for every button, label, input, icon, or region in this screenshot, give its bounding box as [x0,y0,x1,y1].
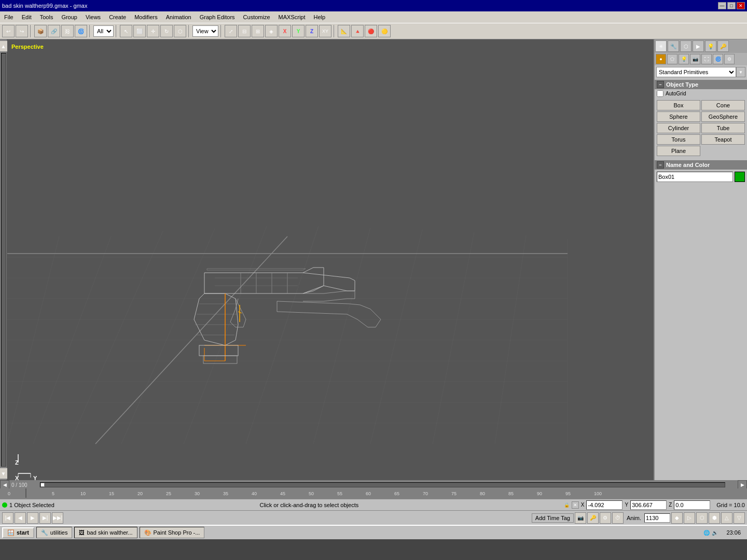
plane-button[interactable]: Plane [657,146,700,156]
taskbar-item-paintshop[interactable]: 🎨 Paint Shop Pro -... [140,527,205,538]
select-object-button[interactable]: 📦 [34,25,47,37]
move-button[interactable]: ✛ [147,25,159,37]
mirror-button[interactable]: ⤢ [225,25,237,37]
autogrid-checkbox[interactable] [657,90,663,97]
anim-extra-2[interactable]: ⬢ [709,512,720,524]
spacewarps-icon[interactable]: 🌀 [713,54,723,64]
record-button[interactable]: 📷 [575,512,586,524]
menu-help[interactable]: Help [312,13,328,21]
helpers-icon[interactable]: ⛶ [701,54,712,64]
panel-tab-display[interactable]: 💡 [705,40,716,52]
torus-button[interactable]: Torus [657,134,700,145]
snap-button[interactable]: 🔺 [351,25,364,37]
add-time-tag-button[interactable]: Add Time Tag [532,513,574,523]
collapse-name-color[interactable]: − [657,161,664,169]
window-title: bad skin waltherp99.gmax - gmax [2,3,87,9]
systems-icon[interactable]: ⚙ [724,54,735,64]
menu-views[interactable]: Views [84,13,103,21]
ref-coord-button[interactable]: 📐 [338,25,350,37]
z-axis[interactable]: Z [306,25,318,37]
link-button[interactable]: 🔗 [48,25,60,37]
menu-maxscript[interactable]: MAXScript [276,13,308,21]
undo-button[interactable]: ↩ [2,25,15,37]
select-region-button[interactable]: ⬜ [133,25,146,37]
select-button[interactable]: ↖ [120,25,132,37]
material-editor-button[interactable]: 🟡 [378,25,391,37]
key-mode-toggle[interactable]: ◆ [671,512,683,524]
render-button[interactable]: 🔴 [365,25,377,37]
rotate-button[interactable]: ↻ [160,25,173,37]
object-name-input[interactable] [657,172,733,182]
taskbar-item-utilities[interactable]: 🔧 utilities [36,527,73,538]
color-swatch[interactable] [735,172,745,182]
cone-button[interactable]: Cone [701,100,745,110]
shapes-icon[interactable]: ⬠ [667,54,677,64]
play-button[interactable]: ▶ [27,512,38,524]
geosphere-button[interactable]: GeoSphere [701,111,745,122]
tube-button[interactable]: Tube [701,123,745,133]
panel-tab-utilities[interactable]: 🔑 [717,40,729,52]
x-coord-input[interactable] [586,500,622,510]
keyframe-button[interactable]: 🔑 [587,512,599,524]
frame-bar[interactable] [40,482,725,487]
lights-icon[interactable]: 💡 [679,54,689,64]
anim-play-all[interactable]: ▷ [684,512,695,524]
menu-file[interactable]: File [2,13,16,21]
name-color-header[interactable]: − Name and Color [655,160,747,170]
unlink-button[interactable]: ⛓ [61,25,74,37]
menu-tools[interactable]: Tools [38,13,56,21]
panel-tab-create[interactable]: ✳ [655,40,667,52]
anim-extra-3[interactable]: △ [721,512,732,524]
viewport[interactable]: Perspective Z X Y [7,39,654,480]
select-type-dropdown[interactable]: All [93,25,114,37]
left-scrollbar[interactable]: ▲ ▼ [0,39,7,480]
y-axis[interactable]: Y [292,25,305,37]
anim-extra-4[interactable]: ▽ [734,512,745,524]
panel-tab-modify[interactable]: 🔧 [668,40,679,52]
anim-extra-1[interactable]: ⬡ [696,512,708,524]
scale-button[interactable]: ⬡ [174,25,186,37]
minimize-button[interactable]: — [718,2,726,9]
close-button[interactable]: ✕ [737,2,745,9]
redo-button[interactable]: ↪ [16,25,28,37]
teapot-button[interactable]: Teapot [701,134,745,145]
cylinder-button[interactable]: Cylinder [657,123,700,133]
x-coord-delete[interactable]: ✕ [572,501,579,509]
anim-time-input[interactable] [644,513,670,523]
menu-animation[interactable]: Animation [164,13,193,21]
menu-edit[interactable]: Edit [20,13,34,21]
goto-end-button[interactable]: ▶▶| [52,512,63,524]
primitives-dropdown[interactable]: Standard Primitives [656,67,736,77]
panel-tab-hierarchy[interactable]: ⬡ [680,40,691,52]
box-button[interactable]: Box [657,100,700,110]
place-highlight-button[interactable]: ◈ [265,25,278,37]
geometry-icon[interactable]: ● [656,54,666,64]
y-coord-input[interactable] [630,500,667,510]
bind-to-space-warp[interactable]: 🌀 [75,25,87,37]
cameras-icon[interactable]: 📷 [690,54,700,64]
object-type-header[interactable]: − Object Type [655,80,747,89]
collapse-object-type[interactable]: − [657,81,664,88]
time-config[interactable]: ⏱ [612,512,624,524]
menu-group[interactable]: Group [59,13,79,21]
next-frame-button[interactable]: ▶| [39,512,51,524]
menu-graph-editors[interactable]: Graph Editors [198,13,237,21]
menu-customize[interactable]: Customize [241,13,272,21]
goto-start-button[interactable]: |◀ [2,512,13,524]
taskbar-item-gmax[interactable]: 🖼 bad skin walther... [74,527,137,538]
menu-create[interactable]: Create [107,13,128,21]
x-axis[interactable]: X [279,25,291,37]
maximize-button[interactable]: □ [727,2,736,9]
start-button[interactable]: 🪟 start [2,527,34,538]
xy-axis[interactable]: XY [319,25,331,37]
view-dropdown[interactable]: View [192,25,218,37]
playback-options[interactable]: ⚙ [600,512,611,524]
align-button[interactable]: ⊟ [238,25,251,37]
dropdown-arrow[interactable]: ▼ [736,67,745,77]
z-coord-input[interactable] [674,500,710,510]
panel-tab-motion[interactable]: ▶ [693,40,704,52]
sphere-button[interactable]: Sphere [657,111,700,122]
normal-align-button[interactable]: ⊞ [252,25,264,37]
menu-modifiers[interactable]: Modifiers [132,13,160,21]
prev-frame-button[interactable]: ◀ [15,512,26,524]
